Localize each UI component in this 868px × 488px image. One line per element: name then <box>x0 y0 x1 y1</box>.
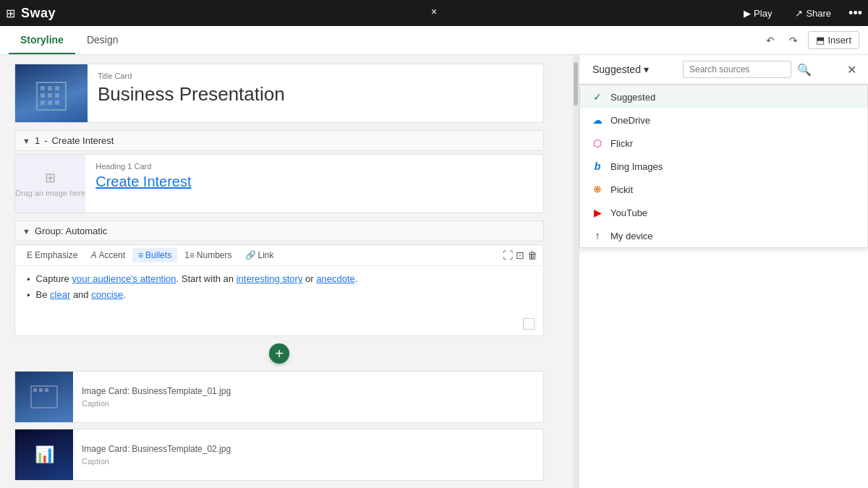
link-icon: 🔗 <box>245 250 256 260</box>
window-close-icon[interactable]: × <box>431 6 437 17</box>
svg-rect-13 <box>45 388 48 392</box>
svg-rect-11 <box>33 388 37 392</box>
svg-rect-5 <box>48 93 52 98</box>
add-btn-container: + <box>14 343 544 364</box>
image-card-1-name: Image Card: BusinessTemplate_01.jpg <box>82 386 231 396</box>
more-menu-icon[interactable]: ••• <box>848 6 862 21</box>
image-card-2-body: Image Card: BusinessTemplate_02.jpg Capt… <box>73 438 239 471</box>
dropdown-label-youtube: YouTube <box>610 207 647 218</box>
expand-icon[interactable]: ⛶ <box>503 249 513 261</box>
image-card-1-caption[interactable]: Caption <box>82 399 231 408</box>
dropdown-item-flickr[interactable]: ⬡ Flickr <box>580 132 867 155</box>
bullets-button[interactable]: ≡ Bullets <box>132 248 177 262</box>
apps-grid-icon[interactable]: ⊞ <box>6 7 15 20</box>
numbers-button[interactable]: 1≡ Numbers <box>179 248 237 262</box>
bullets-card: E Emphasize A Accent ≡ Bullets 1≡ Number… <box>14 244 544 336</box>
image-placeholder-icon: ⊞ <box>45 170 56 186</box>
group-collapse-icon[interactable]: ▼ <box>22 227 30 236</box>
link-anecdote[interactable]: anecdote <box>316 273 355 284</box>
thumb-svg-1 <box>30 382 59 411</box>
dropdown-item-bing[interactable]: b Bing Images <box>580 155 867 178</box>
chevron-down-icon: ▾ <box>644 64 649 75</box>
dropdown-label-pickit: Pickit <box>610 184 633 195</box>
undo-button[interactable]: ↶ <box>762 32 779 49</box>
scrollbar-thumb[interactable] <box>574 62 578 106</box>
bullets-toolbar: E Emphasize A Accent ≡ Bullets 1≡ Number… <box>15 245 543 266</box>
topbar-left: ⊞ Sway <box>6 6 56 21</box>
svg-rect-2 <box>48 86 52 90</box>
topbar: ⊞ Sway × ▶ Play ↗ Share ••• <box>0 0 868 26</box>
source-label: Suggested <box>592 64 641 75</box>
share-button[interactable]: ↗ Share <box>789 5 837 22</box>
mydevice-icon: ↑ <box>590 230 605 241</box>
add-card-button[interactable]: + <box>269 343 289 364</box>
contract-icon[interactable]: ⊡ <box>516 249 524 261</box>
dropdown-label-mydevice: My device <box>610 231 653 241</box>
section-collapse-icon[interactable]: ▼ <box>22 137 30 145</box>
link-clear[interactable]: clear <box>50 289 70 300</box>
drag-placeholder[interactable]: ⊞ Drag an image here <box>15 155 85 213</box>
dropdown-item-pickit[interactable]: ❋ Pickit <box>580 178 867 201</box>
image-card-2-thumb: 📊 <box>15 429 73 480</box>
link-concise[interactable]: concise <box>91 289 123 300</box>
image-card-1-thumb <box>15 372 73 422</box>
dropdown-label-suggested: Suggested <box>610 92 655 103</box>
bullet-text-1[interactable]: Capture your audience's attention. Start… <box>36 273 358 285</box>
close-panel-button[interactable]: ✕ <box>844 61 859 78</box>
redo-button[interactable]: ↷ <box>785 32 802 49</box>
onedrive-icon: ☁ <box>590 114 605 126</box>
group-label: Group: Automatic <box>35 226 107 236</box>
source-selector-button[interactable]: Suggested ▾ <box>588 61 653 78</box>
image-card-1-body: Image Card: BusinessTemplate_01.jpg Capt… <box>73 380 239 414</box>
link-button[interactable]: 🔗 Link <box>239 248 280 262</box>
svg-rect-7 <box>41 100 45 105</box>
image-card-2-caption[interactable]: Caption <box>82 457 231 466</box>
tabs-left: Storyline Design <box>9 27 130 54</box>
insert-button[interactable]: ⬒ Insert <box>808 31 859 49</box>
title-card-title[interactable]: Business Presentation <box>98 83 533 106</box>
search-container: 🔍 <box>683 61 814 78</box>
storyline-scrollbar[interactable] <box>573 55 579 488</box>
title-card-body: Title Card Business Presentation <box>88 64 543 122</box>
heading-card-body: Heading 1 Card Create Interest <box>85 155 543 213</box>
delete-card-icon[interactable]: 🗑 <box>527 249 537 261</box>
play-icon: ▶ <box>744 8 751 19</box>
dropdown-label-bing: Bing Images <box>610 161 663 172</box>
link-interesting-story[interactable]: interesting story <box>237 273 303 284</box>
app-brand: Sway <box>21 6 56 21</box>
dropdown-label-onedrive: OneDrive <box>610 115 650 126</box>
group-header[interactable]: ▼ Group: Automatic <box>14 221 544 241</box>
section1-name: Create Interest <box>51 135 114 146</box>
search-input[interactable] <box>683 61 791 78</box>
main-layout: Title Card Business Presentation ▼ 1 - C… <box>0 55 868 488</box>
accent-button[interactable]: A Accent <box>85 248 131 262</box>
tab-design[interactable]: Design <box>75 27 130 54</box>
dropdown-item-onedrive[interactable]: ☁ OneDrive <box>580 108 867 132</box>
image-card-1: Image Card: BusinessTemplate_01.jpg Capt… <box>14 371 544 423</box>
section1-number: 1 <box>35 135 40 146</box>
tab-storyline[interactable]: Storyline <box>9 27 75 54</box>
dropdown-item-youtube[interactable]: ▶ YouTube <box>580 201 867 224</box>
heading-card-label: Heading 1 Card <box>95 162 533 171</box>
image-card-2-name: Image Card: BusinessTemplate_02.jpg <box>82 444 231 454</box>
svg-rect-1 <box>41 86 45 90</box>
dropdown-item-mydevice[interactable]: ↑ My device <box>580 224 867 247</box>
link-audience[interactable]: your audience's attention <box>72 273 176 284</box>
storyline-panel: Title Card Business Presentation ▼ 1 - C… <box>0 55 573 488</box>
insert-icon: ⬒ <box>816 35 825 46</box>
card-checkbox[interactable] <box>523 318 535 330</box>
bullet-item-2: • Be clear and concise. <box>27 289 532 301</box>
search-icon-button[interactable]: 🔍 <box>794 61 814 78</box>
section1-header[interactable]: ▼ 1 - Create Interest <box>14 130 544 151</box>
pickit-icon: ❋ <box>590 184 605 195</box>
svg-rect-9 <box>55 100 59 105</box>
svg-rect-6 <box>55 93 59 98</box>
dropdown-item-suggested[interactable]: ✓ Suggested <box>580 85 867 108</box>
tabbar: Storyline Design ↶ ↷ ⬒ Insert <box>0 26 868 55</box>
heading-card-heading[interactable]: Create Interest <box>95 174 533 190</box>
emphasize-button[interactable]: E Emphasize <box>21 248 83 262</box>
play-button[interactable]: ▶ Play <box>738 5 778 22</box>
youtube-icon: ▶ <box>590 207 605 218</box>
numbers-icon: 1≡ <box>184 250 195 260</box>
bullet-text-2[interactable]: Be clear and concise. <box>36 289 126 301</box>
